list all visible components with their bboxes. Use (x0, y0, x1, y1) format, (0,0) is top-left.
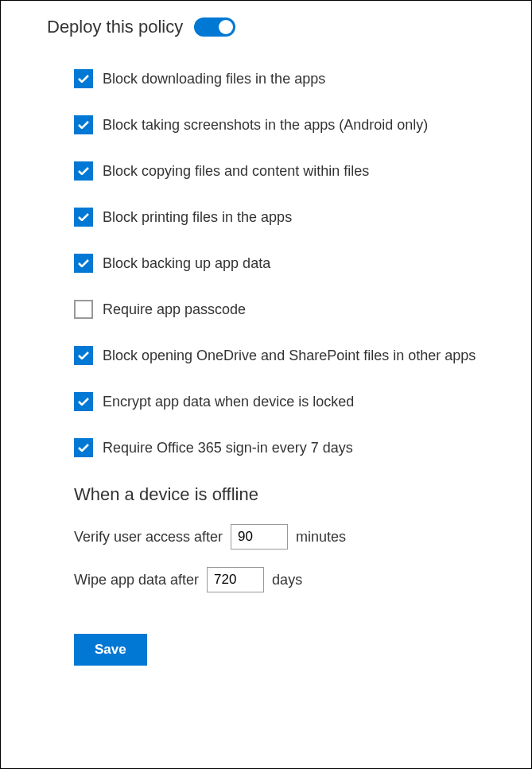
policy-options: Block downloading files in the apps Bloc… (23, 69, 509, 666)
option-label: Block downloading files in the apps (103, 71, 325, 87)
checkbox-block-screenshots[interactable] (74, 115, 93, 134)
wipe-data-input[interactable] (207, 567, 264, 592)
save-button[interactable]: Save (74, 634, 147, 666)
option-encrypt-data: Encrypt app data when device is locked (74, 392, 509, 411)
option-label: Encrypt app data when device is locked (103, 394, 354, 410)
option-label: Block copying files and content within f… (103, 163, 369, 180)
wipe-data-suffix: days (272, 572, 302, 588)
check-icon (78, 75, 89, 83)
verify-access-input[interactable] (231, 524, 288, 550)
checkbox-encrypt-data[interactable] (74, 392, 93, 411)
option-label: Block backing up app data (103, 255, 270, 272)
option-label: Require Office 365 sign-in every 7 days (103, 440, 353, 456)
checkbox-block-downloading[interactable] (74, 69, 93, 88)
check-icon (78, 444, 89, 452)
deploy-policy-toggle[interactable] (194, 17, 235, 37)
verify-access-row: Verify user access after minutes (74, 524, 509, 550)
checkbox-block-onedrive[interactable] (74, 346, 93, 365)
option-block-screenshots: Block taking screenshots in the apps (An… (74, 115, 509, 134)
option-label: Block taking screenshots in the apps (An… (103, 117, 428, 134)
option-require-passcode: Require app passcode (74, 300, 509, 319)
checkbox-require-signin[interactable] (74, 438, 93, 457)
wipe-data-prefix: Wipe app data after (74, 572, 199, 588)
check-icon (78, 398, 89, 406)
checkbox-block-backup[interactable] (74, 254, 93, 273)
option-block-printing: Block printing files in the apps (74, 208, 509, 227)
option-block-downloading: Block downloading files in the apps (74, 69, 509, 88)
verify-access-suffix: minutes (296, 529, 346, 546)
offline-heading: When a device is offline (74, 484, 509, 505)
check-icon (78, 167, 89, 175)
option-require-signin: Require Office 365 sign-in every 7 days (74, 438, 509, 457)
page-title: Deploy this policy (47, 17, 183, 37)
check-icon (78, 121, 89, 129)
checkbox-block-printing[interactable] (74, 208, 93, 227)
option-block-backup: Block backing up app data (74, 254, 509, 273)
check-icon (78, 213, 89, 221)
check-icon (78, 351, 89, 359)
checkbox-block-copying[interactable] (74, 161, 93, 181)
checkbox-require-passcode[interactable] (74, 300, 93, 319)
option-label: Require app passcode (103, 301, 246, 318)
verify-access-prefix: Verify user access after (74, 529, 223, 546)
option-label: Block printing files in the apps (103, 209, 292, 226)
option-block-copying: Block copying files and content within f… (74, 161, 509, 181)
option-block-onedrive: Block opening OneDrive and SharePoint fi… (74, 346, 509, 365)
check-icon (78, 259, 89, 267)
toggle-knob (219, 20, 233, 34)
wipe-data-row: Wipe app data after days (74, 567, 509, 592)
option-label: Block opening OneDrive and SharePoint fi… (103, 348, 476, 364)
